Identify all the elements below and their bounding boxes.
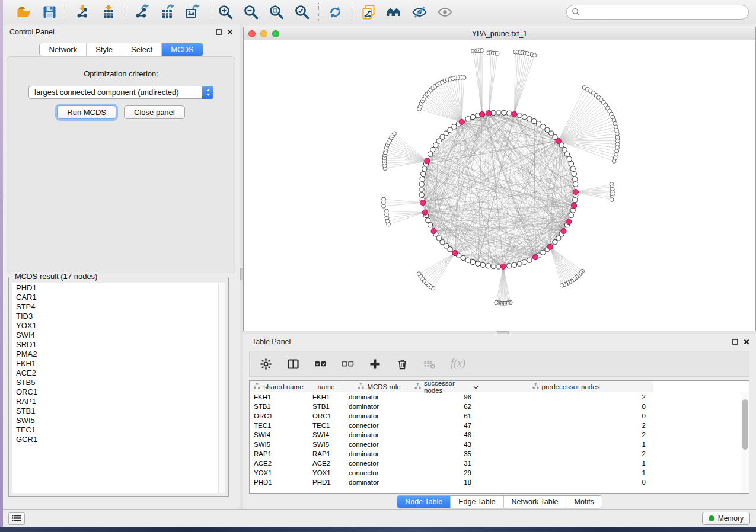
- graph-node[interactable]: [462, 76, 466, 80]
- graph-node[interactable]: [440, 134, 445, 139]
- graph-node[interactable]: [470, 114, 475, 119]
- graph-hub-node[interactable]: [556, 138, 561, 143]
- tab-motifs[interactable]: Motifs: [566, 496, 601, 508]
- memory-button[interactable]: Memory: [702, 512, 750, 525]
- graph-node[interactable]: [393, 132, 397, 136]
- table-row[interactable]: FKH1FKH1dominator962: [250, 392, 749, 402]
- graph-node[interactable]: [572, 172, 576, 177]
- tab-mcds[interactable]: MCDS: [161, 43, 202, 56]
- graph-node[interactable]: [512, 262, 516, 267]
- graph-node[interactable]: [480, 49, 484, 53]
- column-header-mcds-role[interactable]: MCDS role: [344, 381, 414, 392]
- table-row[interactable]: ORC1ORC1dominator610: [250, 411, 749, 421]
- graph-node[interactable]: [541, 250, 546, 255]
- graph-hub-node[interactable]: [459, 119, 464, 124]
- table-row[interactable]: PHD1PHD1dominator180: [250, 477, 749, 487]
- mcds-list-item[interactable]: ORC1: [12, 387, 225, 397]
- graph-hub-node[interactable]: [573, 190, 578, 195]
- run-mcds-button[interactable]: Run MCDS: [57, 105, 116, 119]
- graph-node[interactable]: [452, 124, 457, 129]
- graph-node[interactable]: [440, 240, 445, 245]
- graph-node[interactable]: [465, 258, 470, 262]
- mcds-list-item[interactable]: STB1: [12, 406, 225, 416]
- zoom-selected-button[interactable]: [294, 4, 310, 20]
- graph-node[interactable]: [562, 147, 567, 152]
- mcds-list-item[interactable]: PHD1: [12, 283, 225, 293]
- graph-node[interactable]: [465, 117, 470, 121]
- zoom-out-button[interactable]: [243, 4, 259, 20]
- tab-node-table[interactable]: Node Table: [397, 496, 450, 508]
- tab-edge-table[interactable]: Edge Table: [450, 496, 503, 508]
- graph-node[interactable]: [536, 121, 541, 126]
- graph-node[interactable]: [495, 300, 499, 305]
- table-row[interactable]: YOX1YOX1connector291: [250, 468, 749, 477]
- graph-hub-node[interactable]: [547, 244, 553, 249]
- graph-node[interactable]: [610, 198, 614, 202]
- graph-node[interactable]: [419, 187, 424, 192]
- mcds-list-item[interactable]: SWI4: [12, 331, 225, 340]
- graph-node[interactable]: [569, 213, 573, 217]
- graph-node[interactable]: [567, 156, 572, 161]
- table-settings-button[interactable]: [260, 358, 272, 370]
- graph-hub-node[interactable]: [566, 219, 572, 225]
- network-canvas[interactable]: [244, 40, 755, 331]
- column-header-predecessor-nodes[interactable]: predecessor nodes: [479, 381, 653, 392]
- delete-entry-button[interactable]: [396, 358, 409, 370]
- graph-node[interactable]: [430, 147, 435, 152]
- first-neighbors-button[interactable]: [386, 4, 402, 20]
- save-session-button[interactable]: [42, 4, 58, 20]
- graph-node[interactable]: [491, 264, 496, 269]
- graph-node[interactable]: [527, 258, 532, 262]
- graph-node[interactable]: [421, 172, 426, 177]
- graph-node[interactable]: [522, 259, 527, 264]
- duplicate-network-button[interactable]: [361, 4, 377, 20]
- graph-node[interactable]: [564, 152, 569, 156]
- tab-network-table[interactable]: Network Table: [503, 496, 566, 508]
- graph-node[interactable]: [486, 264, 490, 268]
- graph-node[interactable]: [420, 177, 425, 181]
- tab-network[interactable]: Network: [40, 43, 86, 56]
- mcds-list-item[interactable]: TID3: [12, 312, 225, 321]
- tab-select[interactable]: Select: [122, 43, 161, 56]
- table-row[interactable]: ACE2ACE2connector311: [250, 459, 749, 468]
- graph-node[interactable]: [422, 166, 427, 171]
- graph-node[interactable]: [560, 283, 564, 287]
- graph-node[interactable]: [419, 193, 424, 197]
- table-row[interactable]: SWI4SWI4dominator462: [250, 430, 749, 440]
- graph-node[interactable]: [553, 240, 557, 245]
- open-file-button[interactable]: [16, 4, 32, 20]
- mcds-list-item[interactable]: FKH1: [12, 359, 225, 368]
- graph-node[interactable]: [436, 139, 441, 143]
- graph-hub-node[interactable]: [431, 229, 436, 234]
- search-input[interactable]: [566, 5, 749, 20]
- hide-selected-button[interactable]: [412, 4, 428, 20]
- graph-node[interactable]: [517, 113, 522, 118]
- graph-hub-node[interactable]: [572, 203, 577, 209]
- graph-node[interactable]: [502, 110, 506, 115]
- mcds-list-item[interactable]: RAP1: [12, 397, 225, 406]
- graph-node[interactable]: [507, 111, 512, 116]
- graph-hub-node[interactable]: [480, 111, 485, 117]
- graph-node[interactable]: [433, 143, 438, 148]
- graph-node[interactable]: [385, 209, 389, 213]
- graph-node[interactable]: [522, 114, 527, 119]
- graph-node[interactable]: [496, 110, 501, 115]
- mcds-list-item[interactable]: SWI5: [12, 416, 225, 425]
- refresh-layout-button[interactable]: [327, 4, 343, 20]
- graph-node[interactable]: [556, 236, 561, 241]
- graph-node[interactable]: [517, 261, 522, 266]
- table-row[interactable]: STB1STB1dominator620: [250, 402, 749, 411]
- show-all-button[interactable]: [437, 4, 453, 20]
- mcds-list-item[interactable]: SRD1: [12, 340, 225, 350]
- close-panel-icon[interactable]: [227, 29, 233, 35]
- graph-node[interactable]: [436, 236, 441, 241]
- graph-node[interactable]: [549, 131, 554, 136]
- graph-node[interactable]: [573, 198, 578, 203]
- graph-hub-node[interactable]: [452, 251, 458, 256]
- mcds-list-item[interactable]: GCR1: [12, 435, 225, 444]
- graph-node[interactable]: [476, 261, 480, 266]
- graph-node[interactable]: [569, 161, 573, 166]
- graph-node[interactable]: [527, 117, 532, 121]
- graph-node[interactable]: [417, 272, 421, 276]
- graph-node[interactable]: [573, 182, 578, 187]
